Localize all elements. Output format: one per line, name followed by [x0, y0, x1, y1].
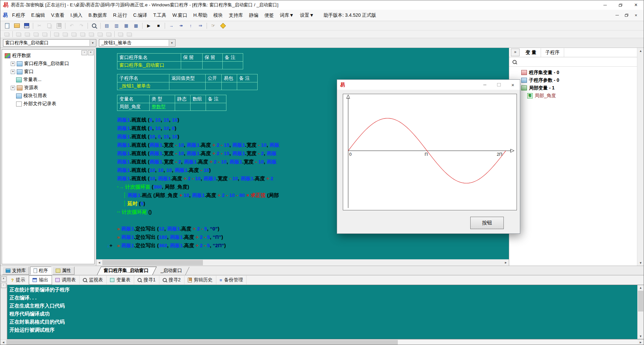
find-button[interactable]	[89, 21, 99, 30]
menu-item[interactable]: B.数据库	[86, 11, 110, 20]
table-cell[interactable]	[222, 61, 243, 69]
menu-item[interactable]: 支持库	[226, 11, 246, 20]
output-scrollbar[interactable]: ▲ ▼	[637, 285, 644, 339]
code-line[interactable]: ↓+» 画板1.定位写出 (360, 画板1.高度 ÷ 2 - 5, “2Π”)	[96, 241, 509, 250]
table-cell[interactable]	[181, 61, 202, 69]
variables-search-box[interactable]	[509, 57, 637, 67]
undo-button[interactable]: ↶	[67, 21, 76, 30]
expand-icon[interactable]: +	[11, 70, 15, 74]
expand-icon[interactable]: +	[11, 62, 15, 66]
menu-item[interactable]: 便签	[261, 11, 277, 20]
menu-item[interactable]: C.编译	[130, 11, 150, 20]
bottom-tab-剪辑历史[interactable]: 剪辑历史	[184, 276, 216, 284]
file-tab[interactable]: 窗口程序集_启动窗口	[100, 266, 157, 275]
table-cell[interactable]	[237, 82, 258, 90]
cut-button[interactable]: ✂	[35, 21, 44, 30]
space-across-button[interactable]	[69, 30, 78, 38]
redo-button[interactable]: ↷	[76, 21, 86, 30]
table-cell[interactable]: _按钮1_被单击	[117, 82, 169, 90]
align-top-button[interactable]	[32, 30, 40, 38]
close-button[interactable]: ×	[506, 80, 520, 90]
program-button[interactable]: 按钮	[470, 217, 504, 229]
right-panel-tab[interactable]: 变 量	[521, 48, 541, 57]
window-split-h-button[interactable]: ▥	[112, 21, 121, 30]
scroll-down-button[interactable]: ▼	[637, 260, 644, 266]
step-out-button[interactable]: ↑	[186, 21, 196, 30]
bottom-tab-搜寻1[interactable]: 搜寻1	[134, 276, 159, 284]
space-down-button[interactable]	[78, 30, 87, 38]
align-bottom-button[interactable]	[40, 30, 49, 38]
program-window-titlebar[interactable]: 易 ×	[337, 80, 520, 90]
table-cell[interactable]	[169, 82, 205, 90]
window-split-v-button[interactable]: ▦	[121, 21, 131, 30]
tree-item[interactable]: 模块引用表	[2, 92, 94, 100]
menu-item[interactable]: 模块	[210, 11, 226, 20]
bottom-tab-搜寻2[interactable]: 搜寻2	[159, 276, 184, 284]
table-cell[interactable]	[202, 61, 222, 69]
variable-tree-item[interactable]: 整局部_角度	[509, 92, 637, 99]
center-horizontal-button[interactable]	[52, 30, 61, 38]
copy-button[interactable]	[44, 21, 54, 30]
tree-item[interactable]: +窗口	[2, 68, 94, 76]
table-cell[interactable]	[190, 103, 206, 111]
pan-button[interactable]: ☞	[208, 21, 218, 30]
menu-item[interactable]: E.编辑	[28, 11, 48, 20]
scrollbar-thumb[interactable]	[6, 340, 398, 345]
mdi-close-button[interactable]: ×	[632, 12, 640, 19]
scroll-left-button[interactable]: ◄	[96, 260, 102, 266]
tree-item[interactable]: +窗口程序集_启动窗口	[2, 60, 94, 68]
scrollbar-track[interactable]	[102, 260, 503, 266]
table-cell[interactable]	[221, 82, 237, 90]
table-cell[interactable]	[205, 82, 221, 90]
bottom-tab-输出[interactable]: 输出	[29, 275, 52, 285]
menu-item[interactable]: V.查看	[48, 11, 67, 20]
menu-item[interactable]: 静编	[246, 11, 261, 20]
right-panel-scrollbar[interactable]: ▲ ▼	[637, 48, 644, 266]
table-cell[interactable]: 窗口程序集_启动窗口	[117, 61, 181, 69]
output-console[interactable]: 正在统计需要编译的子程序正在编译. . .正在生成主程序入口代码程序代码编译成功…	[7, 285, 644, 339]
scrollbar-thumb[interactable]	[102, 260, 203, 265]
maximize-button[interactable]	[492, 80, 506, 90]
close-panel-button[interactable]: ×	[88, 50, 94, 55]
window-cascade-button[interactable]: ▤	[102, 21, 112, 30]
tree-item-root[interactable]: 程序数据	[2, 52, 94, 60]
scrollbar-thumb[interactable]	[638, 291, 643, 312]
bottom-tab-备份管理[interactable]: ≡备份管理	[216, 276, 247, 284]
table-cell[interactable]: 整数型	[149, 103, 175, 111]
step-over-button[interactable]: ↠	[176, 21, 186, 30]
mdi-restore-button[interactable]	[622, 12, 631, 19]
tree-item[interactable]: 外部文件记录表	[2, 100, 94, 108]
right-panel-tab[interactable]: 子程序	[541, 48, 564, 57]
pin-panel-button[interactable]: ▫	[82, 50, 87, 55]
run-special-button[interactable]	[218, 21, 228, 30]
running-program-window[interactable]: 易 × 0 Π 2Π 按钮	[337, 79, 520, 234]
table-cell[interactable]	[206, 103, 226, 111]
minimize-button[interactable]	[597, 0, 613, 10]
table-cell[interactable]: 局部_角度	[117, 103, 149, 111]
scroll-left-button[interactable]: ◄	[0, 340, 6, 345]
scroll-down-button[interactable]: ▼	[638, 334, 644, 339]
center-vertical-button[interactable]	[61, 30, 69, 38]
stop-button[interactable]: ■	[154, 21, 163, 30]
tree-item[interactable]: +资源表	[2, 84, 94, 92]
minimize-button[interactable]	[478, 80, 492, 90]
close-output-panel-button[interactable]: ×	[1, 276, 6, 282]
bottom-tab-变量表[interactable]: 变量表	[107, 276, 134, 284]
table-cell[interactable]	[175, 103, 190, 111]
mdi-minimize-button[interactable]	[613, 12, 622, 19]
scroll-up-button[interactable]: ▲	[638, 285, 644, 290]
subroutine-combobox[interactable]: _按钮1_被单击 ▼	[99, 39, 175, 47]
dock-output-panel-button[interactable]: ▫	[1, 283, 6, 288]
bottom-tab-提示[interactable]: ?提示	[8, 276, 29, 284]
align-right-button[interactable]	[23, 30, 32, 38]
code-horizontal-scrollbar[interactable]: ◄ ►	[96, 259, 509, 266]
panel-tab-properties[interactable]: 属性	[52, 267, 74, 275]
panel-tab-program[interactable]: 程序	[30, 267, 51, 275]
restore-button[interactable]	[613, 0, 628, 10]
bottom-scrollbar[interactable]: ◄ ►	[0, 339, 644, 345]
same-size-button[interactable]	[104, 30, 113, 38]
save-file-button[interactable]	[22, 21, 32, 30]
step-into-button[interactable]: →	[166, 21, 176, 30]
variable-tree-item[interactable]: 程序集变量 - 0	[509, 69, 637, 76]
menu-item[interactable]: 设置▼	[297, 11, 317, 20]
